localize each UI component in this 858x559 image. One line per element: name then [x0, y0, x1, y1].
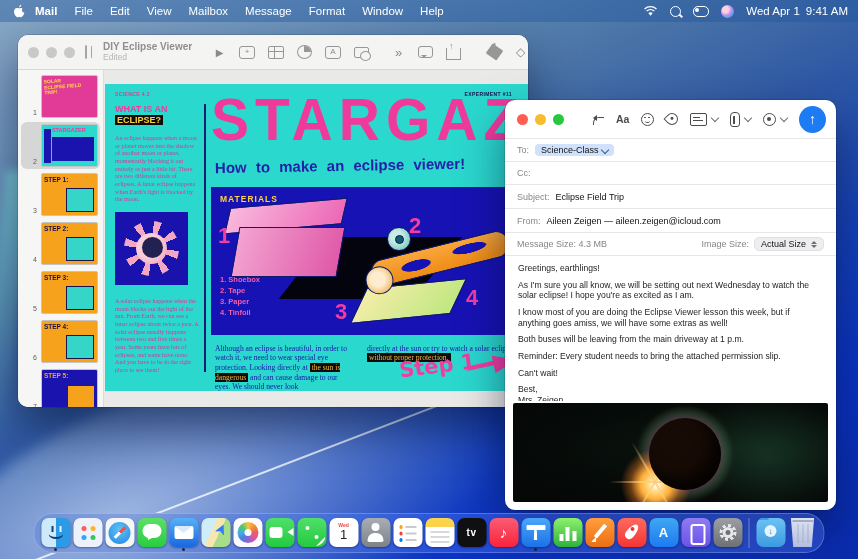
menu-edit[interactable]: Edit — [110, 5, 130, 17]
send-button[interactable]: ↑ — [799, 106, 826, 133]
dock-maps[interactable] — [201, 515, 231, 551]
slide-thumbnail-row-7[interactable]: 7STEP 5: — [21, 367, 100, 407]
dock-phone[interactable] — [297, 515, 327, 551]
slide-thumbnail-row-2[interactable]: 2STARGAZER — [21, 122, 100, 169]
dock-pages[interactable] — [585, 515, 615, 551]
dock-tv[interactable]: tv — [457, 515, 487, 551]
slide-thumbnail[interactable]: STARGAZER — [41, 124, 98, 167]
writing-tools-icon[interactable] — [664, 111, 681, 128]
comment-icon[interactable] — [418, 46, 433, 58]
menu-app-name[interactable]: Mail — [35, 5, 57, 17]
play-icon[interactable]: ▶ — [213, 45, 226, 59]
add-slide-icon[interactable]: + — [239, 46, 255, 59]
attach-button[interactable] — [730, 112, 751, 127]
dock-music[interactable]: ♪ — [489, 515, 519, 551]
subject-field[interactable]: Subject: Eclipse Field Trip — [505, 184, 836, 208]
siri-icon[interactable] — [721, 5, 734, 18]
thumbnail-title: STARGAZER — [52, 127, 86, 133]
control-center-icon[interactable] — [693, 6, 709, 17]
dock-downloads[interactable] — [756, 515, 786, 551]
slide-thumbnail-row-3[interactable]: 3STEP 1: — [21, 171, 100, 218]
slide-thumbnail[interactable]: SOLAR ECLIPSE FIELD TRIP! — [41, 75, 98, 118]
menu-file[interactable]: File — [74, 5, 93, 17]
dock-photos[interactable] — [233, 515, 263, 551]
menu-clock[interactable]: Wed Apr 1 9:41 AM — [746, 5, 848, 17]
menu-help[interactable]: Help — [420, 5, 444, 17]
share-icon[interactable] — [446, 48, 461, 60]
dock-reminders[interactable] — [393, 515, 423, 551]
close-button[interactable] — [28, 47, 39, 58]
table-icon[interactable] — [268, 46, 284, 59]
minimize-button[interactable] — [46, 47, 57, 58]
wifi-icon[interactable] — [643, 6, 658, 17]
slide-thumbnail[interactable]: STEP 5: — [41, 369, 98, 407]
slide-thumbnail-row-1[interactable]: 1SOLAR ECLIPSE FIELD TRIP! — [21, 73, 100, 120]
dock-divider — [749, 518, 750, 548]
header-fields-button[interactable] — [690, 113, 718, 126]
menu-window[interactable]: Window — [362, 5, 403, 17]
to-recipient-token[interactable]: Science-Class — [535, 144, 614, 156]
minimize-button[interactable] — [535, 114, 546, 125]
slide-thumbnail-row-6[interactable]: 6STEP 4: — [21, 318, 100, 365]
mail-body-editor[interactable]: Greetings, earthlings!As I'm sure you al… — [505, 255, 836, 401]
view-sidebar-icon[interactable] — [85, 45, 87, 59]
more-icon[interactable]: » — [392, 45, 405, 59]
reply-icon[interactable] — [593, 117, 604, 125]
spotlight-search-icon[interactable] — [670, 6, 681, 17]
slide-2-stargazer[interactable]: SCIENCE 4.2 EXPERIMENT #11 WHAT IS AN EC… — [105, 84, 528, 391]
dock-contacts[interactable] — [361, 515, 391, 551]
menu-view[interactable]: View — [147, 5, 172, 17]
zoom-button[interactable] — [64, 47, 75, 58]
dock-numbers[interactable] — [553, 515, 583, 551]
dock-trash[interactable] — [788, 515, 818, 551]
chart-icon[interactable] — [297, 45, 312, 59]
shoebox-body-illustration — [231, 227, 346, 277]
menu-format[interactable]: Format — [309, 5, 345, 17]
dock-finder[interactable] — [41, 515, 71, 551]
sun-moon-shadow — [142, 237, 163, 258]
slide-thumbnail[interactable]: STEP 3: — [41, 271, 98, 314]
slide-thumbnail-row-4[interactable]: 4STEP 2: — [21, 220, 100, 267]
slide-thumbnail-row-5[interactable]: 5STEP 3: — [21, 269, 100, 316]
emoji-icon[interactable] — [641, 113, 654, 126]
keynote-titlebar[interactable]: DIY Eclipse Viewer Edited ▶+A»◇ — [18, 35, 528, 70]
dock-iphone-mirroring[interactable] — [681, 515, 711, 551]
menu-mailbox[interactable]: Mailbox — [188, 5, 228, 17]
shape-icon[interactable] — [354, 47, 369, 58]
dock-safari[interactable] — [105, 515, 135, 551]
slide-thumbnail[interactable]: STEP 2: — [41, 222, 98, 265]
menu-message[interactable]: Message — [245, 5, 292, 17]
dock-calendar[interactable]: Wed1 — [329, 515, 359, 551]
cc-field[interactable]: Cc: — [505, 161, 836, 184]
eclipse-photo-attachment[interactable] — [513, 403, 828, 502]
format-icon[interactable] — [486, 43, 504, 60]
material-item: 1. Shoebox — [220, 275, 260, 286]
to-field[interactable]: To: Science-Class — [505, 138, 836, 161]
dock-settings[interactable] — [713, 515, 743, 551]
apple-menu[interactable] — [12, 4, 25, 19]
slide-thumbnail[interactable]: STEP 4: — [41, 320, 98, 363]
calendar-day: 1 — [340, 528, 347, 541]
dock-messages[interactable] — [137, 515, 167, 551]
from-field[interactable]: From: Aileen Zeigen — aileen.zeigen@iclo… — [505, 208, 836, 232]
image-size-select[interactable]: Actual Size — [754, 237, 824, 251]
format-icon[interactable]: Aa — [616, 113, 629, 125]
document-edited-label: Edited — [103, 53, 199, 62]
dock-rocket[interactable] — [617, 515, 647, 551]
apple-logo-icon — [12, 4, 25, 19]
animate-icon[interactable]: ◇ — [514, 45, 527, 59]
warning-text-left: Although an eclipse is beautiful, in ord… — [215, 344, 351, 391]
text-box-icon[interactable]: A — [325, 46, 341, 59]
thumbnail-title: STEP 3: — [44, 274, 68, 281]
dock-mail[interactable] — [169, 515, 199, 551]
dock-facetime[interactable] — [265, 515, 295, 551]
insert-link-button[interactable] — [763, 113, 787, 126]
close-button[interactable] — [517, 114, 528, 125]
dock-appstore[interactable]: A — [649, 515, 679, 551]
mail-body-paragraph: Reminder: Every student needs to bring t… — [518, 351, 823, 362]
dock-keynote[interactable] — [521, 515, 551, 551]
dock-launchpad[interactable] — [73, 515, 103, 551]
zoom-button[interactable] — [553, 114, 564, 125]
slide-thumbnail[interactable]: STEP 1: — [41, 173, 98, 216]
dock-notes[interactable] — [425, 515, 455, 551]
